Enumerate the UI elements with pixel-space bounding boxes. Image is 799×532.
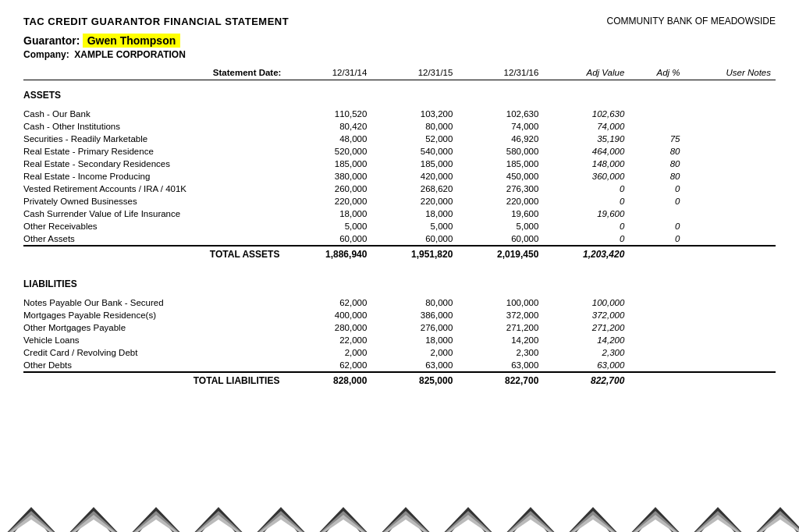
row-value: 0 [629,195,684,207]
page: TAC CREDIT GUARANTOR FINANCIAL STATEMENT… [0,0,799,499]
section-header: LIABILITIES [23,269,776,293]
row-value: 386,000 [371,309,457,321]
total-value: 825,000 [371,372,457,388]
row-value: 18,000 [371,207,457,220]
row-value: 63,000 [543,359,629,372]
date-col-2: 12/31/15 [371,66,457,80]
table-row: Credit Card / Revolving Debt2,0002,0002,… [23,346,776,359]
row-label: Notes Payable Our Bank - Secured [23,296,286,309]
row-value: 372,000 [543,309,629,321]
row-label: Cash - Our Bank [23,108,286,120]
company-label: Company: [23,49,69,60]
row-value [685,195,776,207]
financial-table: Statement Date: 12/31/14 12/31/15 12/31/… [23,66,776,388]
row-value: 62,000 [286,296,371,309]
total-value: 1,886,940 [286,246,371,261]
row-value: 2,300 [543,346,629,359]
row-value: 220,000 [371,195,457,207]
row-value: 63,000 [457,359,543,372]
total-value [629,246,684,261]
row-value: 19,600 [543,207,629,220]
row-label: Other Debts [23,359,286,372]
row-value: 580,000 [457,145,543,158]
row-value: 102,630 [457,108,543,120]
total-value: 822,700 [543,372,629,388]
row-value: 464,000 [543,145,629,158]
row-value [629,309,684,321]
header: TAC CREDIT GUARANTOR FINANCIAL STATEMENT… [23,16,776,27]
total-value: 1,951,820 [371,246,457,261]
row-label: Vested Retirement Accounts / IRA / 401K [23,183,286,195]
row-value: 18,000 [371,334,457,346]
row-value: 185,000 [286,158,371,170]
adj-pct-header: Adj % [629,66,684,80]
adj-value-header: Adj Value [543,66,629,80]
row-value: 80 [629,158,684,170]
row-value [685,133,776,145]
total-liabilities-row: TOTAL LIABILITIES828,000825,000822,70082… [23,372,776,388]
row-value: 0 [629,220,684,232]
total-label: TOTAL LIABILITIES [23,372,286,388]
row-value [685,296,776,309]
row-value: 80 [629,145,684,158]
row-label: Vehicle Loans [23,334,286,346]
table-row: Notes Payable Our Bank - Secured62,00080… [23,296,776,309]
total-value: 828,000 [286,372,371,388]
row-value: 80,000 [371,296,457,309]
table-row: Cash Surrender Value of Life Insurance18… [23,207,776,220]
row-value: 280,000 [286,321,371,334]
user-notes-header: User Notes [685,66,776,80]
row-value [629,207,684,220]
row-value: 276,000 [371,321,457,334]
row-value [629,108,684,120]
company-line: Company: XAMPLE CORPORATION [23,49,776,60]
row-value: 5,000 [371,220,457,232]
table-row: Real Estate - Secondary Residences185,00… [23,158,776,170]
table-row: Real Estate - Income Producing380,000420… [23,170,776,183]
row-value [685,232,776,246]
row-value: 268,620 [371,183,457,195]
guarantor-block: Guarantor: Gwen Thompson Company: XAMPLE… [23,34,776,60]
row-value [685,158,776,170]
table-row: Other Mortgages Payable280,000276,000271… [23,321,776,334]
row-value [629,334,684,346]
row-value: 14,200 [543,334,629,346]
row-value: 75 [629,133,684,145]
row-value: 0 [629,183,684,195]
svg-rect-3 [0,507,799,532]
row-value: 520,000 [286,145,371,158]
column-header-row: Statement Date: 12/31/14 12/31/15 12/31/… [23,66,776,80]
date-col-3: 12/31/16 [457,66,543,80]
total-value: 1,203,420 [543,246,629,261]
row-value: 540,000 [371,145,457,158]
row-value: 80,000 [371,120,457,133]
row-value: 271,200 [543,321,629,334]
row-value: 185,000 [457,158,543,170]
row-label: Cash - Other Institutions [23,120,286,133]
row-value: 148,000 [543,158,629,170]
row-label: Other Mortgages Payable [23,321,286,334]
row-value [685,170,776,183]
row-value: 60,000 [371,232,457,246]
row-label: Other Receivables [23,220,286,232]
row-value: 0 [543,195,629,207]
row-value: 80,420 [286,120,371,133]
bank-name: COMMUNITY BANK OF MEADOWSIDE [607,16,776,27]
guarantor-name: Gwen Thompson [83,34,181,48]
row-value: 110,520 [286,108,371,120]
table-row: Vested Retirement Accounts / IRA / 401K2… [23,183,776,195]
total-value [685,372,776,388]
row-value: 103,200 [371,108,457,120]
row-value: 102,630 [543,108,629,120]
row-value: 372,000 [457,309,543,321]
total-value [685,246,776,261]
section-label: LIABILITIES [23,269,776,293]
row-value: 185,000 [371,158,457,170]
row-value: 48,000 [286,133,371,145]
row-label: Real Estate - Primary Residence [23,145,286,158]
row-value: 0 [629,232,684,246]
row-label: Privately Owned Businesses [23,195,286,207]
row-value: 220,000 [286,195,371,207]
row-label: Real Estate - Secondary Residences [23,158,286,170]
row-value: 52,000 [371,133,457,145]
